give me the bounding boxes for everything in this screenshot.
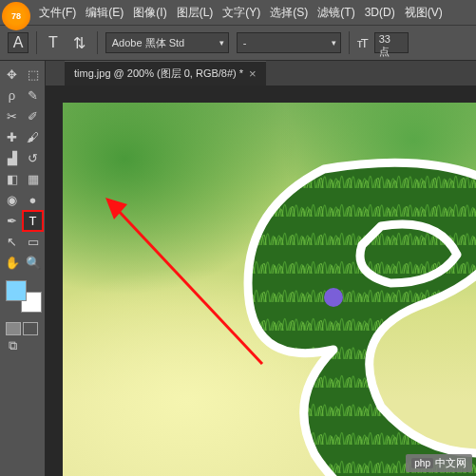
- watermark: php 中文网: [406, 454, 472, 472]
- dodge-tool[interactable]: ●: [23, 190, 43, 210]
- font-size-icon: тT: [357, 36, 367, 50]
- healing-tool[interactable]: ✚: [2, 127, 22, 147]
- path-select-tool[interactable]: ↖: [2, 232, 22, 252]
- menu-filter[interactable]: 滤镜(T): [313, 5, 359, 21]
- stamp-tool[interactable]: ▟: [2, 148, 22, 168]
- flower-decoration: [324, 288, 343, 307]
- tab-strip: timg.jpg @ 200% (图层 0, RGB/8#) * ×: [46, 61, 476, 86]
- font-family-dropdown[interactable]: Adobe 黑体 Std: [105, 32, 229, 53]
- tab-label: timg.jpg @ 200% (图层 0, RGB/8#) *: [74, 67, 243, 81]
- menu-view[interactable]: 视图(V): [400, 5, 447, 21]
- close-icon[interactable]: ×: [249, 67, 257, 81]
- menu-edit[interactable]: 编辑(E): [81, 5, 128, 21]
- document-area: timg.jpg @ 200% (图层 0, RGB/8#) * ×: [46, 61, 476, 476]
- watermark-text: 中文网: [435, 456, 466, 470]
- screen-mode-icon[interactable]: ⧉: [3, 335, 23, 355]
- zoom-tool[interactable]: 🔍: [23, 253, 43, 273]
- workspace: ✥⬚ρ✎✂✐✚🖌▟↺◧▦◉●✒T↖▭✋🔍 ⧉ timg.jpg @ 200% (…: [0, 61, 476, 476]
- menu-layer[interactable]: 图层(L): [172, 5, 219, 21]
- menu-select[interactable]: 选择(S): [265, 5, 313, 21]
- watermark-prefix: php: [411, 458, 433, 468]
- color-swatches[interactable]: [6, 280, 44, 318]
- tool-preset-icon[interactable]: A: [8, 32, 29, 53]
- divider: [349, 31, 350, 54]
- shape-tool[interactable]: ▭: [23, 232, 43, 252]
- foreground-color-swatch[interactable]: [6, 280, 27, 301]
- tools-panel: ✥⬚ρ✎✂✐✚🖌▟↺◧▦◉●✒T↖▭✋🔍 ⧉: [0, 61, 46, 476]
- menu-type[interactable]: 文字(Y): [218, 5, 265, 21]
- canvas-viewport[interactable]: php 中文网: [46, 86, 476, 476]
- menu-file[interactable]: 文件(F): [34, 5, 81, 21]
- brush-tool[interactable]: 🖌: [23, 127, 43, 147]
- divider: [36, 31, 37, 54]
- quick-select-tool[interactable]: ✎: [23, 86, 43, 105]
- divider: [97, 31, 98, 54]
- menu-bar: 文件(F) 编辑(E) 图像(I) 图层(L) 文字(Y) 选择(S) 滤镜(T…: [0, 0, 476, 25]
- type-tool[interactable]: T: [23, 211, 43, 231]
- crop-tool[interactable]: ✂: [2, 106, 22, 126]
- menu-image[interactable]: 图像(I): [128, 5, 171, 21]
- pen-tool[interactable]: ✒: [2, 211, 22, 231]
- artwork-grass-glyph: [191, 131, 476, 476]
- menu-3d[interactable]: 3D(D): [360, 6, 400, 19]
- font-size-input[interactable]: 33 点: [374, 32, 409, 53]
- app-logo: 78: [2, 2, 30, 30]
- font-style-dropdown[interactable]: -: [237, 32, 341, 53]
- lasso-tool[interactable]: ρ: [2, 86, 22, 105]
- history-brush-tool[interactable]: ↺: [23, 148, 43, 168]
- gradient-tool[interactable]: ▦: [23, 169, 43, 189]
- canvas[interactable]: [63, 103, 476, 476]
- hand-tool[interactable]: ✋: [2, 253, 22, 273]
- eraser-tool[interactable]: ◧: [2, 169, 22, 189]
- text-orientation-icon[interactable]: T: [45, 34, 62, 51]
- document-tab[interactable]: timg.jpg @ 200% (图层 0, RGB/8#) * ×: [65, 61, 266, 86]
- quick-mask-icon[interactable]: [6, 322, 43, 335]
- move-tool[interactable]: ✥: [2, 65, 22, 85]
- marquee-tool[interactable]: ⬚: [23, 65, 43, 85]
- options-bar: A T ⇅ Adobe 黑体 Std - тT 33 点: [0, 25, 476, 61]
- eyedropper-tool[interactable]: ✐: [23, 106, 43, 126]
- blur-tool[interactable]: ◉: [2, 190, 22, 210]
- text-direction-toggle-icon[interactable]: ⇅: [69, 34, 89, 52]
